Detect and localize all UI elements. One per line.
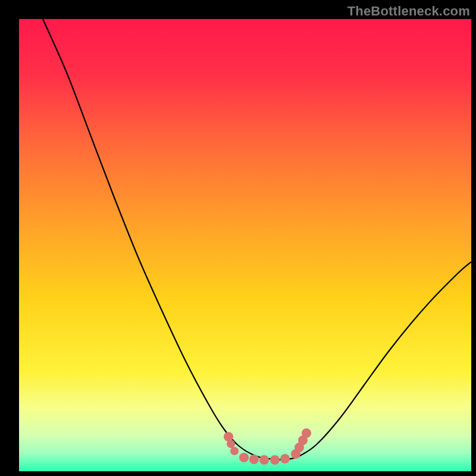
curve-marker — [227, 440, 235, 448]
watermark-text: TheBottleneck.com — [347, 4, 470, 19]
curve-marker — [302, 428, 311, 438]
curve-marker — [230, 447, 239, 455]
gradient-background — [19, 19, 471, 471]
curve-marker — [270, 455, 280, 465]
plot-svg — [19, 19, 471, 471]
curve-marker — [249, 455, 259, 464]
curve-marker — [259, 455, 269, 465]
chart-frame: TheBottleneck.com — [0, 0, 476, 476]
plot-area — [19, 19, 471, 471]
curve-marker — [280, 454, 290, 464]
curve-marker — [239, 453, 249, 462]
